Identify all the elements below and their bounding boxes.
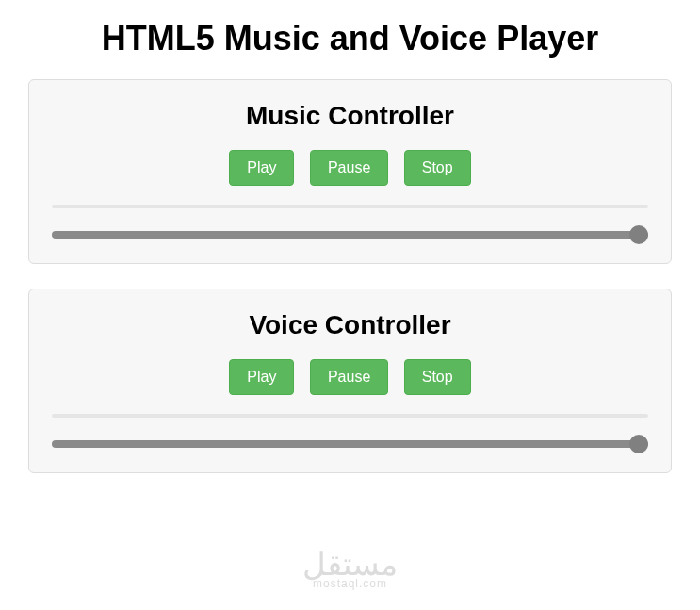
voice-controller-panel: Voice Controller Play Pause Stop <box>28 289 672 473</box>
music-volume-slider[interactable] <box>52 225 648 244</box>
music-controller-panel: Music Controller Play Pause Stop <box>28 79 672 264</box>
voice-divider <box>52 414 648 418</box>
music-stop-button[interactable]: Stop <box>404 150 471 186</box>
voice-slider-track <box>52 440 648 448</box>
voice-volume-slider[interactable] <box>52 435 648 453</box>
music-divider <box>52 205 648 208</box>
voice-button-row: Play Pause Stop <box>52 359 648 395</box>
music-play-button[interactable]: Play <box>229 150 294 186</box>
voice-play-button[interactable]: Play <box>229 359 294 395</box>
voice-slider-thumb[interactable] <box>629 435 648 453</box>
music-slider-thumb[interactable] <box>629 225 648 244</box>
page-title: HTML5 Music and Voice Player <box>28 19 672 58</box>
music-slider-track <box>52 231 648 239</box>
voice-stop-button[interactable]: Stop <box>404 359 471 395</box>
music-pause-button[interactable]: Pause <box>310 150 388 186</box>
music-panel-title: Music Controller <box>52 101 648 131</box>
voice-panel-title: Voice Controller <box>52 310 648 340</box>
music-button-row: Play Pause Stop <box>52 150 648 186</box>
voice-pause-button[interactable]: Pause <box>310 359 388 395</box>
